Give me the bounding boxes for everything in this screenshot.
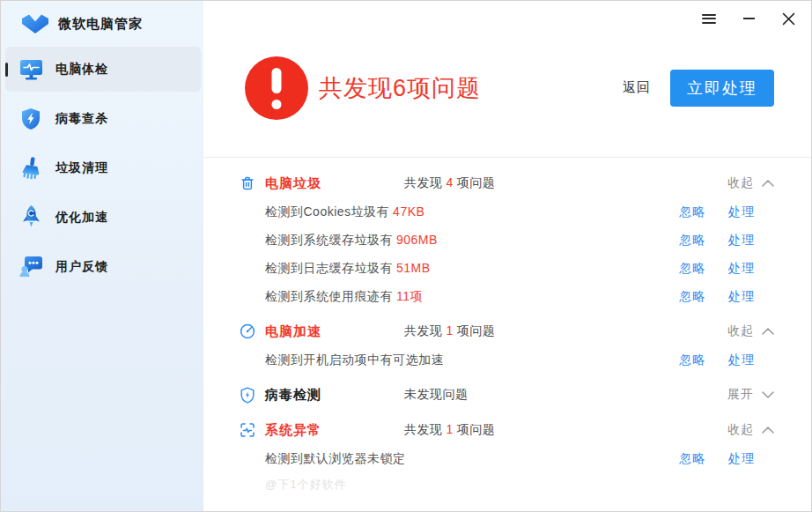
watermark: @下1个好软件 [239, 477, 774, 493]
speedometer-icon [239, 323, 256, 340]
ignore-link[interactable]: 忽略 [679, 289, 705, 305]
window-controls [685, 6, 804, 31]
section-summary: 共发现1项问题 [404, 422, 495, 438]
app-logo-row: 微软电脑管家 [1, 1, 203, 47]
section-summary: 共发现1项问题 [404, 323, 495, 339]
chevron-down-icon [762, 391, 774, 398]
sidebar-item-label: 病毒查杀 [55, 111, 108, 127]
handle-link[interactable]: 处理 [728, 204, 755, 220]
ignore-link[interactable]: 忽略 [679, 261, 705, 277]
sidebar-item-speedup[interactable]: 优化加速 [5, 195, 201, 240]
selected-indicator [5, 63, 8, 77]
menu-icon[interactable] [693, 6, 725, 31]
collapse-toggle[interactable]: 收起 [727, 422, 774, 438]
shield-bolt-icon [239, 386, 256, 404]
issue-row: 检测到日志缓存垃圾有51MB 忽略 处理 [239, 260, 774, 278]
collapse-toggle[interactable]: 收起 [727, 175, 774, 191]
sidebar-item-feedback[interactable]: 用户反馈 [5, 244, 201, 289]
collapse-toggle[interactable]: 收起 [727, 323, 774, 339]
issue-row: 检测到开机启动项中有可选加速 忽略 处理 [239, 352, 774, 369]
section-title: 电脑加速 [265, 323, 404, 340]
ignore-link[interactable]: 忽略 [679, 451, 705, 467]
minimize-icon[interactable] [733, 6, 764, 31]
sidebar-item-cleanup[interactable]: 垃圾清理 [5, 145, 201, 190]
fix-now-button[interactable]: 立即处理 [670, 70, 774, 107]
section-title: 病毒检测 [265, 387, 404, 404]
sidebar: 微软电脑管家 电脑体检 [1, 1, 203, 511]
exclamation-icon [245, 56, 308, 120]
issue-row: 检测到默认浏览器未锁定 忽略 处理 [239, 450, 774, 468]
handle-link[interactable]: 处理 [728, 289, 755, 305]
sidebar-item-label: 垃圾清理 [55, 160, 108, 176]
handle-link[interactable]: 处理 [728, 451, 755, 467]
sidebar-item-virus-scan[interactable]: 病毒查杀 [5, 96, 201, 141]
section-virus-detect: 病毒检测 未发现问题 展开 [239, 385, 774, 404]
sidebar-item-label: 优化加速 [55, 210, 108, 226]
monitor-pulse-icon [18, 57, 43, 82]
ignore-link[interactable]: 忽略 [679, 204, 705, 220]
main-panel: 共发现6项问题 返回 立即处理 电脑垃圾 共发现4项问题 [203, 1, 811, 511]
chevron-up-icon [762, 328, 774, 335]
issue-row: 检测到系统使用痕迹有11项 忽略 处理 [239, 288, 774, 306]
app-window: 微软电脑管家 电脑体检 [0, 0, 812, 512]
sidebar-nav: 电脑体检 病毒查杀 [1, 47, 203, 289]
ignore-link[interactable]: 忽略 [679, 352, 705, 368]
trash-icon [239, 174, 256, 192]
chevron-up-icon [762, 427, 774, 434]
handle-link[interactable]: 处理 [728, 233, 755, 249]
sidebar-item-label: 用户反馈 [55, 259, 108, 275]
issue-row: 检测到Cookies垃圾有47KB 忽略 处理 [239, 204, 774, 221]
header-actions: 返回 立即处理 [623, 70, 774, 107]
expand-toggle[interactable]: 展开 [727, 387, 774, 403]
close-icon[interactable] [772, 6, 804, 31]
rocket-icon [18, 205, 43, 230]
section-computer-junk: 电脑垃圾 共发现4项问题 收起 [239, 174, 774, 193]
section-summary: 共发现4项问题 [404, 175, 495, 191]
issue-row: 检测到系统缓存垃圾有906MB 忽略 处理 [239, 232, 774, 249]
back-button[interactable]: 返回 [623, 79, 651, 96]
shield-bolt-filled-icon [18, 107, 43, 131]
app-title: 微软电脑管家 [58, 16, 143, 33]
issues-found-title: 共发现6项问题 [319, 72, 481, 104]
handle-link[interactable]: 处理 [728, 352, 755, 368]
section-pc-speedup: 电脑加速 共发现1项问题 收起 [239, 322, 774, 341]
section-title: 系统异常 [265, 422, 404, 439]
sidebar-item-pc-checkup[interactable]: 电脑体检 [5, 47, 201, 92]
handle-link[interactable]: 处理 [728, 261, 755, 277]
issues-list: 电脑垃圾 共发现4项问题 收起 检测到Cookies垃圾有47KB 忽略 处理 … [203, 158, 811, 511]
chevron-up-icon [762, 180, 774, 187]
feedback-chat-icon [18, 255, 43, 279]
hamburger-icon [702, 14, 716, 24]
app-logo-icon [20, 13, 50, 34]
minimize-dash-icon [743, 18, 755, 19]
sidebar-item-label: 电脑体检 [55, 62, 108, 78]
broom-icon [18, 156, 43, 181]
ignore-link[interactable]: 忽略 [679, 233, 705, 249]
section-title: 电脑垃圾 [265, 175, 404, 192]
section-system-anomaly: 系统异常 共发现1项问题 收起 [239, 420, 774, 440]
scan-pulse-icon [239, 421, 256, 439]
section-summary: 未发现问题 [404, 387, 476, 403]
